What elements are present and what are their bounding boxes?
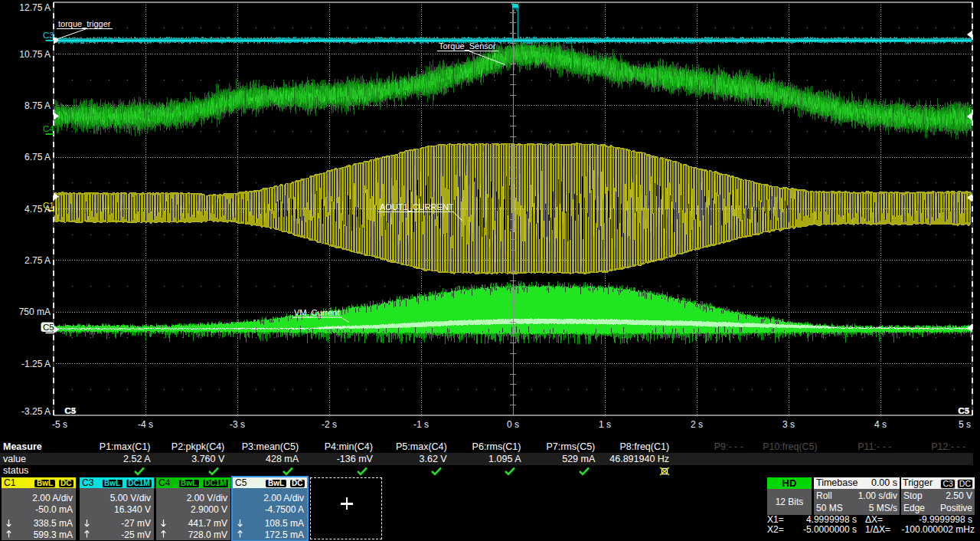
svg-text:C5: C5 <box>65 406 77 415</box>
svg-text:C5: C5 <box>43 323 54 332</box>
svg-text:0 s: 0 s <box>507 419 519 430</box>
svg-text:8.75 A: 8.75 A <box>24 100 51 111</box>
svg-text:2.75 A: 2.75 A <box>24 255 51 266</box>
svg-text:torque_trigger: torque_trigger <box>58 19 111 28</box>
svg-text:4.75 A: 4.75 A <box>24 204 51 215</box>
svg-text:-4 s: -4 s <box>138 419 153 430</box>
svg-text:10.75 A: 10.75 A <box>19 49 51 60</box>
svg-text:12.75 A: 12.75 A <box>19 2 51 13</box>
svg-text:750 mA: 750 mA <box>19 307 51 317</box>
svg-text:-1.25 A: -1.25 A <box>21 359 51 369</box>
svg-text:-3 s: -3 s <box>230 419 245 430</box>
svg-text:6.75 A: 6.75 A <box>24 152 51 162</box>
svg-text:-5 s: -5 s <box>52 419 67 430</box>
svg-text:Torque_Sensor: Torque_Sensor <box>439 41 496 51</box>
svg-text:C5: C5 <box>959 406 970 415</box>
svg-text:3 s: 3 s <box>782 419 795 430</box>
svg-text:-3.25 A: -3.25 A <box>21 406 51 417</box>
svg-text:2 s: 2 s <box>691 419 703 430</box>
svg-text:VM_Current: VM_Current <box>294 308 339 317</box>
svg-text:AOUT1_CURRENT: AOUT1_CURRENT <box>380 202 454 211</box>
svg-text:C4: C4 <box>43 124 54 133</box>
svg-text:-1 s: -1 s <box>413 419 429 430</box>
svg-text:1 s: 1 s <box>599 419 611 430</box>
svg-text:4 s: 4 s <box>874 419 887 430</box>
svg-text:C3: C3 <box>43 31 54 40</box>
svg-text:-2 s: -2 s <box>322 419 337 430</box>
svg-text:5 s: 5 s <box>959 419 971 430</box>
